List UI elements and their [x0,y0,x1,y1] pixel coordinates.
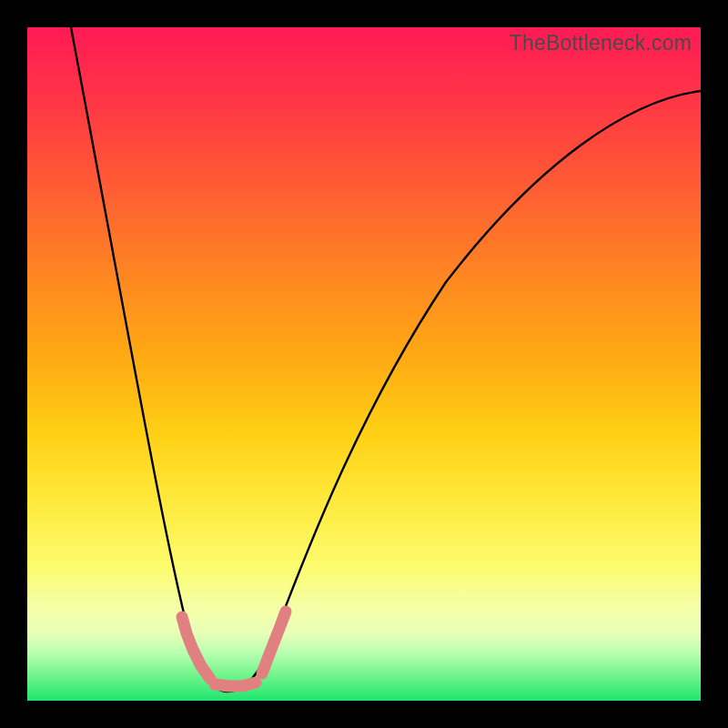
marker-left [182,617,210,679]
chart-area: TheBottleneck.com [27,27,701,701]
bottleneck-curve [71,27,701,692]
chart-svg [27,27,701,701]
marker-bottom [215,682,256,686]
marker-right [262,612,286,673]
marker-group [182,612,286,686]
